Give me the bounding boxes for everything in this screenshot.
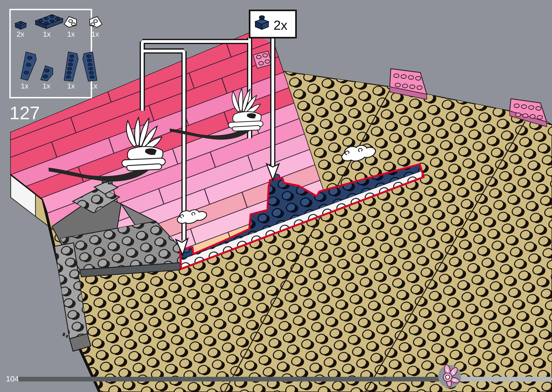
part-count: 1x	[43, 30, 51, 38]
part-count: 1x	[67, 82, 75, 90]
step-number: 127	[9, 103, 40, 123]
part-count: 1x	[43, 82, 50, 90]
part-count: 1x	[67, 30, 75, 38]
part-count: 1x	[91, 30, 99, 38]
page-number: 104	[6, 374, 19, 383]
callout-box: 2x	[250, 10, 296, 38]
callout-count: 2x	[274, 18, 287, 33]
part-count: 1x	[90, 82, 97, 90]
part-plate-1x1	[15, 21, 26, 29]
instruction-page: 2x 1x 1x 1x 1x 1x 1x 1x 127 2x	[0, 0, 552, 392]
progress-fill	[17, 377, 443, 381]
part-count: 1x	[21, 82, 28, 90]
part-count: 2x	[17, 30, 24, 38]
